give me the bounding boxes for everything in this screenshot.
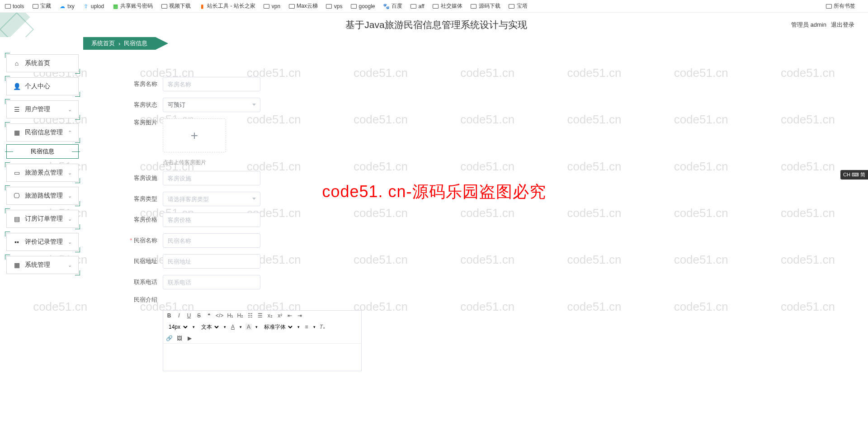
sidebar-item-order[interactable]: ▤订房订单管理⌄ (6, 210, 79, 228)
input-homestay-name[interactable] (163, 233, 260, 248)
font-size-select[interactable]: 14px (166, 323, 189, 331)
chevron-down-icon: ⌄ (68, 193, 72, 199)
quote-button[interactable]: ❝ (206, 312, 212, 319)
link-button[interactable]: 🔗 (166, 335, 173, 341)
breadcrumb-current: 民宿信息 (124, 39, 147, 47)
ul-button[interactable]: ☰ (257, 312, 263, 319)
logout-link[interactable]: 退出登录 (831, 21, 854, 29)
sidebar-item-users[interactable]: ☰用户管理⌄ (6, 100, 79, 118)
chevron-down-icon: ⌄ (68, 262, 72, 268)
input-phone[interactable] (163, 275, 260, 289)
bookmark-item[interactable]: 宝塔 (509, 2, 528, 10)
breadcrumb: 系统首页 › 民宿信息 (83, 37, 156, 50)
label-room-status: 客房状态 (128, 101, 157, 109)
label-room-facility: 客房设施 (128, 174, 157, 182)
select-room-status[interactable] (163, 98, 260, 112)
bookmark-item[interactable]: 🐾百度 (383, 2, 402, 10)
editor-content[interactable] (163, 344, 361, 371)
book-icon: ▤ (13, 215, 20, 222)
video-button[interactable]: ▶ (186, 335, 193, 341)
bookmark-item[interactable]: tools (5, 3, 24, 9)
bookmark-item[interactable]: 源码下载 (471, 2, 500, 10)
font-family-select[interactable]: 文本 (198, 323, 220, 331)
grid-icon: ▦ (13, 129, 20, 136)
input-room-name[interactable] (163, 77, 260, 91)
screen-icon: 🖵 (13, 192, 20, 199)
bookmark-item[interactable]: 社交媒体 (433, 2, 462, 10)
home-icon: ⌂ (13, 60, 20, 67)
bookmarks-bar: tools 宝藏 ☁txy ⇧uplod ▦共享账号密码 视频下载 ▮站长工具 … (0, 0, 868, 13)
input-room-facility[interactable] (163, 171, 260, 185)
bookmark-item[interactable]: ▮站长工具 - 站长之家 (199, 2, 255, 10)
cloud-icon: ☁ (59, 3, 66, 9)
h1-button[interactable]: H₁ (227, 312, 233, 319)
sidebar-item-system[interactable]: ▦系统管理⌄ (6, 256, 79, 274)
breadcrumb-home[interactable]: 系统首页 (91, 39, 115, 47)
sub-button[interactable]: x₂ (267, 312, 273, 319)
bookmark-item[interactable]: vps (326, 3, 343, 9)
code-button[interactable]: </> (216, 312, 223, 319)
image-button[interactable]: 🖼 (176, 335, 183, 341)
italic-button[interactable]: I (176, 312, 182, 319)
user-icon: 👤 (13, 83, 20, 90)
sidebar-subitem-homestay-info[interactable]: 民宿信息 (6, 144, 79, 159)
color-button[interactable]: A (230, 324, 236, 330)
input-homestay-addr[interactable] (163, 254, 260, 269)
ol-button[interactable]: ☷ (247, 312, 253, 319)
h2-button[interactable]: H₂ (237, 312, 243, 319)
user-info: 管理员 admin (791, 21, 826, 29)
strike-button[interactable]: S (196, 312, 202, 319)
chevron-icon: ▾ (240, 325, 242, 329)
bookmark-item[interactable]: ⇧uplod (83, 3, 104, 9)
sidebar: ⌂系统首页 👤个人中心 ☰用户管理⌄ ▦民宿信息管理⌃ 民宿信息 ▭旅游景点管理… (0, 50, 83, 435)
bookmark-item[interactable]: vpn (264, 3, 280, 9)
bgcolor-button[interactable]: A (245, 324, 252, 330)
bookmark-item[interactable]: Max云梯 (288, 2, 318, 10)
select-room-type[interactable] (163, 192, 260, 206)
chevron-icon: ▾ (297, 325, 300, 329)
sup-button[interactable]: x² (277, 312, 283, 319)
sidebar-item-profile[interactable]: 👤个人中心 (6, 77, 79, 95)
bookmark-item[interactable]: 视频下载 (161, 2, 191, 10)
outdent-button[interactable]: ⇥ (297, 312, 303, 319)
sidebar-item-home[interactable]: ⌂系统首页 (6, 54, 79, 72)
align-button[interactable]: ≡ (303, 324, 310, 330)
sidebar-item-homestay[interactable]: ▦民宿信息管理⌃ (6, 123, 79, 142)
sidebar-item-review[interactable]: ▪▪评价记录管理⌄ (6, 233, 79, 251)
label-room-price: 客房价格 (128, 216, 157, 224)
ime-indicator[interactable]: CH ⌨ 简 (840, 170, 868, 180)
indent-button[interactable]: ⇤ (287, 312, 293, 319)
sidebar-item-route[interactable]: 🖵旅游路线管理⌄ (6, 187, 79, 205)
baidu-icon: 🐾 (383, 3, 390, 9)
label-room-image: 客房图片 (128, 118, 157, 127)
bookmark-item[interactable]: google (350, 3, 375, 9)
bookmark-item[interactable]: aff (410, 3, 425, 9)
bookmark-item[interactable]: ▦共享账号密码 (112, 2, 153, 10)
editor-toolbar: B I U S ❝ </> H₁ H₂ ☷ ☰ x₂ x² ⇤ ⇥ 14px▾ … (163, 311, 361, 344)
label-intro: 民宿介绍 (128, 296, 157, 304)
label-homestay-name: 民宿名称 (128, 236, 157, 245)
clear-button[interactable]: Tₓ (319, 324, 326, 330)
chevron-down-icon: ⌄ (68, 239, 72, 245)
bookmark-item[interactable]: 宝藏 (32, 2, 51, 10)
chevron-icon: ▾ (313, 325, 316, 329)
bold-button[interactable]: B (166, 312, 172, 319)
input-room-price[interactable] (163, 213, 260, 227)
header-decoration (0, 13, 81, 37)
chevron-down-icon: ⌄ (68, 107, 72, 113)
label-room-name: 客房名称 (128, 80, 157, 88)
site-icon: ▮ (199, 3, 205, 9)
app-header: 基于Java旅游民宿信息管理系统设计与实现 管理员 admin 退出登录 (0, 13, 868, 37)
underline-button[interactable]: U (186, 312, 192, 319)
label-homestay-addr: 民宿地址 (128, 257, 157, 265)
std-font-select[interactable]: 标准字体 (261, 323, 294, 331)
upload-room-image[interactable]: + (163, 118, 226, 152)
upload-hint: 点击上传客房图片 (163, 159, 868, 166)
sidebar-item-scenic[interactable]: ▭旅游景点管理⌄ (6, 164, 79, 182)
upload-icon: ⇧ (83, 3, 89, 9)
bookmark-all[interactable]: 所有书签 (826, 2, 855, 10)
list-icon: ☰ (13, 106, 20, 113)
chevron-up-icon: ⌃ (68, 130, 72, 136)
apps-icon: ▦ (13, 261, 20, 269)
bookmark-item[interactable]: ☁txy (59, 3, 74, 9)
